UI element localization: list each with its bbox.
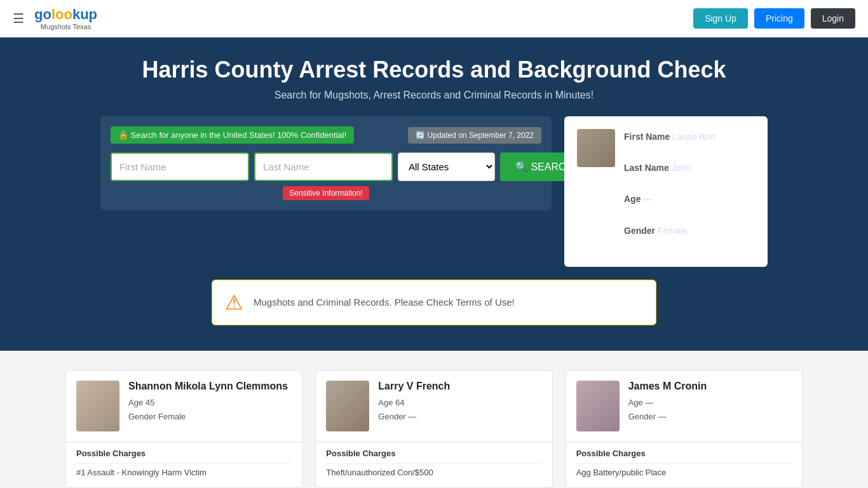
login-button[interactable]: Login xyxy=(811,8,855,29)
state-select[interactable]: All StatesAlabamaAlaskaArizonaArkansasCa… xyxy=(398,152,495,181)
charge-item: Agg Battery/public Place xyxy=(576,463,792,481)
first-name-label: First Name xyxy=(624,132,670,142)
gender-label: Gender xyxy=(624,226,655,236)
charge-item: #1 Assault - Knowingly Harm Victim xyxy=(76,463,292,481)
person-gender: Gender — xyxy=(628,410,707,424)
person-card[interactable]: Shannon Mikola Lynn Clemmons Age 45 Gend… xyxy=(65,370,302,488)
first-name-input[interactable] xyxy=(111,152,249,181)
age-label: Age xyxy=(624,194,641,204)
person-age: Age 45 xyxy=(128,396,288,410)
person-card[interactable]: Larry V French Age 64 Gender — Possible … xyxy=(315,370,552,488)
last-name-label: Last Name xyxy=(624,163,669,173)
warning-banner: ⚠ Mugshots and Criminal Records. Please … xyxy=(212,280,656,325)
charges-label: Possible Charges xyxy=(326,449,541,458)
updated-banner: 🔄 Updated on September 7, 2022 xyxy=(408,127,541,144)
header-left: ☰ golookup Mugshots Texas xyxy=(13,6,97,30)
last-name-input[interactable] xyxy=(254,152,393,181)
search-inputs: All StatesAlabamaAlaskaArizonaArkansasCa… xyxy=(111,152,541,181)
person-name: Shannon Mikola Lynn Clemmons xyxy=(128,381,288,392)
warning-text: Mugshots and Criminal Records. Please Ch… xyxy=(254,297,515,308)
profile-card: First Name Laurie Ann Last Name John Age… xyxy=(564,116,768,267)
profile-info: First Name Laurie Ann Last Name John Age… xyxy=(624,129,715,254)
person-name: Larry V French xyxy=(378,381,450,392)
person-name: James M Cronin xyxy=(628,381,707,392)
charge-item: Theft/unauthorized Con/$500 xyxy=(326,463,541,481)
person-info: Larry V French Age 64 Gender — xyxy=(378,381,450,424)
sensitive-badge: Sensitive Information! xyxy=(283,186,369,200)
profile-card-inner: First Name Laurie Ann Last Name John Age… xyxy=(577,129,755,254)
charges-label: Possible Charges xyxy=(76,449,292,458)
person-age: Age 64 xyxy=(378,396,450,410)
person-age: Age — xyxy=(628,396,707,410)
person-gender: Gender Female xyxy=(128,410,288,424)
pricing-button[interactable]: Pricing xyxy=(754,8,804,29)
logo-text: golookup xyxy=(34,6,97,23)
hero-subtitle: Search for Mugshots, Arrest Records and … xyxy=(13,90,855,101)
profile-first-name: Laurie Ann xyxy=(672,132,715,142)
logo-sub: Mugshots Texas xyxy=(34,23,97,30)
search-area: 🔒 Search for anyone in the United States… xyxy=(13,116,855,267)
profile-last-name: John xyxy=(672,163,691,173)
charges-section: Possible Charges Agg Battery/public Plac… xyxy=(566,442,802,487)
hero-section: Harris County Arrest Records and Backgro… xyxy=(0,37,868,351)
confidential-banner: 🔒 Search for anyone in the United States… xyxy=(111,126,354,144)
profile-age: — xyxy=(643,194,652,204)
search-banner-row: 🔒 Search for anyone in the United States… xyxy=(111,126,541,146)
warning-icon: ⚠ xyxy=(225,290,243,315)
person-info: James M Cronin Age — Gender — xyxy=(628,381,707,424)
logo: golookup Mugshots Texas xyxy=(34,6,97,30)
profile-avatar xyxy=(577,129,615,167)
person-info: Shannon Mikola Lynn Clemmons Age 45 Gend… xyxy=(128,381,288,424)
charges-label: Possible Charges xyxy=(576,449,792,458)
header: ☰ golookup Mugshots Texas Sign Up Pricin… xyxy=(0,0,868,37)
hamburger-icon[interactable]: ☰ xyxy=(13,11,24,26)
person-avatar xyxy=(76,381,119,431)
cards-section: Shannon Mikola Lynn Clemmons Age 45 Gend… xyxy=(53,370,815,488)
person-card-top: James M Cronin Age — Gender — xyxy=(566,370,802,442)
search-box: 🔒 Search for anyone in the United States… xyxy=(100,116,552,210)
charges-section: Possible Charges #1 Assault - Knowingly … xyxy=(66,442,302,487)
signup-button[interactable]: Sign Up xyxy=(693,8,748,29)
person-avatar xyxy=(576,381,620,431)
person-card[interactable]: James M Cronin Age — Gender — Possible C… xyxy=(566,370,803,488)
person-card-top: Shannon Mikola Lynn Clemmons Age 45 Gend… xyxy=(66,370,302,442)
person-gender: Gender — xyxy=(378,410,450,424)
profile-gender: Female xyxy=(658,226,688,236)
person-avatar xyxy=(326,381,369,431)
person-card-top: Larry V French Age 64 Gender — xyxy=(316,370,552,442)
page-title: Harris County Arrest Records and Backgro… xyxy=(13,57,855,83)
header-nav: Sign Up Pricing Login xyxy=(693,8,855,29)
charges-section: Possible Charges Theft/unauthorized Con/… xyxy=(316,442,552,487)
